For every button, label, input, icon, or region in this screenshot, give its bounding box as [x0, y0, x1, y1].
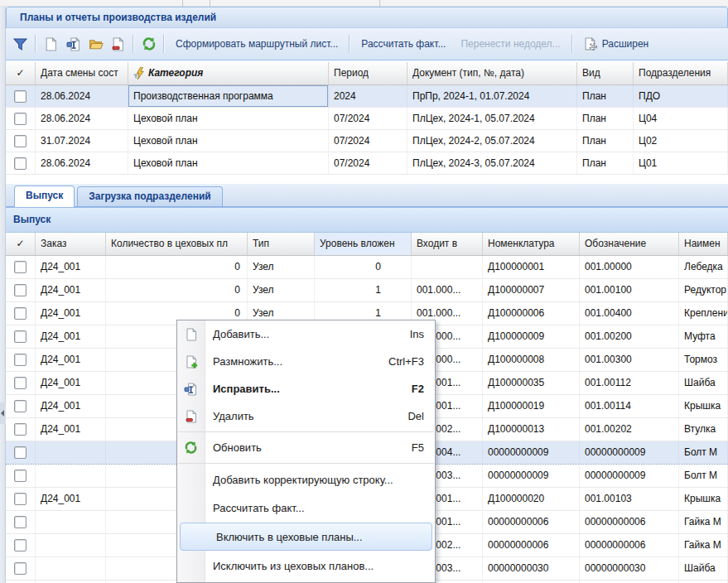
context-menu: Добавить... Ins Размножить... Ctrl+F3 Ис…	[176, 320, 436, 583]
column-header-check[interactable]: ✓	[6, 233, 36, 255]
table-row[interactable]: 28.06.2024 Цеховой план 07/2024 ПлЦех, 2…	[6, 152, 728, 175]
row-checkbox[interactable]	[6, 372, 36, 394]
column-header-division[interactable]: Подразделения	[634, 62, 728, 84]
menu-item-include-in-shop-plans[interactable]: Включить в цеховые планы...	[180, 523, 432, 551]
filter-icon[interactable]	[9, 33, 31, 55]
row-checkbox[interactable]	[6, 279, 36, 301]
column-header-check[interactable]: ✓	[6, 62, 36, 84]
refresh-icon	[177, 441, 205, 455]
calc-fact-button[interactable]: Рассчитать факт...	[354, 33, 453, 55]
menu-separator	[178, 463, 434, 464]
left-region-splitter[interactable]	[0, 7, 6, 583]
row-checkbox[interactable]	[6, 465, 36, 487]
row-checkbox[interactable]	[6, 488, 36, 510]
edit-document-icon	[177, 383, 205, 396]
table-row[interactable]: Д24_001 0 Узел 1 001.000... Д100000007 0…	[6, 279, 728, 302]
plans-grid: ✓ Дата смены сост Категория Период Докум…	[6, 62, 728, 175]
column-header-designation[interactable]: Обозначение	[580, 233, 679, 255]
table-row[interactable]: 28.06.2024 Производственная программа 20…	[6, 85, 728, 108]
filter-lightning-icon	[133, 67, 146, 80]
new-document-icon[interactable]	[40, 33, 62, 55]
menu-item-delete[interactable]: Удалить Del	[177, 402, 435, 430]
column-header-type[interactable]: Тип	[248, 233, 315, 255]
menu-item-refresh[interactable]: Обновить F5	[177, 434, 435, 461]
form-route-sheet-button[interactable]: Сформировать маршрутный лист...	[168, 33, 345, 55]
column-header-category[interactable]: Категория	[128, 62, 329, 84]
column-header-order[interactable]: Заказ	[36, 233, 106, 255]
carry-over-button[interactable]: Перенести недодел...	[453, 33, 567, 55]
row-checkbox[interactable]	[6, 325, 36, 348]
toolbar-separator	[35, 35, 36, 53]
menu-item-calc-fact[interactable]: Рассчитать факт...	[177, 494, 435, 522]
top-strip-divider	[182, 0, 183, 7]
column-header-parent[interactable]: Входит в	[412, 233, 483, 255]
column-header-level[interactable]: Уровень вложен	[315, 233, 412, 255]
focused-cell: Производственная программа	[128, 85, 329, 107]
panel-titlebar: Планы и отчеты производства изделий	[6, 7, 728, 28]
add-document-icon	[177, 328, 205, 341]
tab-bar: Выпуск Загрузка подразделений	[6, 184, 728, 207]
column-header-date[interactable]: Дата смены сост	[36, 62, 128, 84]
row-checkbox[interactable]	[6, 511, 36, 533]
menu-item-exclude-from-shop-plans[interactable]: Исключить из цеховых планов...	[177, 552, 435, 580]
row-checkbox[interactable]	[6, 349, 36, 371]
refresh-icon[interactable]	[137, 33, 160, 55]
row-checkbox[interactable]	[6, 418, 36, 441]
edit-document-icon[interactable]	[62, 33, 84, 55]
open-folder-icon[interactable]	[84, 33, 107, 55]
top-strip-divider	[379, 0, 380, 7]
toolbar-separator	[349, 35, 350, 53]
row-checkbox[interactable]	[6, 152, 36, 174]
plans-grid-header: ✓ Дата смены сост Категория Период Докум…	[6, 62, 728, 85]
column-header-name[interactable]: Наимен	[679, 233, 728, 255]
column-header-document[interactable]: Документ (тип, №, дата)	[407, 62, 577, 84]
row-checkbox[interactable]	[6, 130, 36, 152]
collapse-left-handle[interactable]	[0, 402, 6, 424]
row-checkbox[interactable]	[6, 534, 36, 556]
delete-document-icon[interactable]	[107, 33, 129, 55]
column-header-kind[interactable]: Вид	[577, 62, 634, 84]
output-grid-header: ✓ Заказ Количество в цеховых пл Тип Уров…	[6, 233, 728, 256]
duplicate-document-icon	[177, 355, 205, 369]
top-edge-strip	[0, 0, 728, 7]
panel-header-title: Выпуск	[13, 214, 51, 225]
row-checkbox[interactable]	[6, 302, 36, 325]
top-strip-divider	[210, 0, 210, 7]
toolbar-separator	[133, 35, 134, 53]
row-checkbox[interactable]	[6, 256, 36, 278]
row-checkbox[interactable]	[6, 557, 36, 580]
toolbar-separator	[163, 35, 165, 53]
menu-item-edit[interactable]: Исправить... F2	[177, 375, 435, 402]
tab-vypusk[interactable]: Выпуск	[14, 186, 75, 207]
column-header-nomenclature[interactable]: Номенклатура	[483, 233, 580, 255]
menu-separator	[178, 431, 434, 432]
menu-item-add[interactable]: Добавить... Ins	[177, 320, 435, 348]
row-checkbox[interactable]	[6, 85, 36, 107]
menu-item-add-correcting-row[interactable]: Добавить корректирующую строку...	[177, 465, 435, 494]
toolbar-separator	[571, 35, 573, 53]
tab-zagruzka-podrazdeleniy[interactable]: Загрузка подразделений	[77, 186, 222, 206]
advanced-button[interactable]: Расширен	[576, 33, 657, 55]
column-header-period[interactable]: Период	[329, 62, 407, 84]
menu-item-duplicate[interactable]: Размножить... Ctrl+F3	[177, 348, 435, 375]
table-row[interactable]: 28.06.2024 Цеховой план 07/2024 ПлЦех, 2…	[6, 108, 728, 130]
table-row[interactable]: Д24_001 0 Узел 0 Д100000001 001.00000 Ле…	[6, 256, 728, 279]
output-panel-header: Выпуск	[6, 207, 728, 233]
delete-document-icon	[177, 410, 205, 423]
table-row[interactable]: 31.07.2024 Цеховой план 07/2024 ПлЦех, 2…	[6, 130, 728, 152]
column-header-qty[interactable]: Количество в цеховых пл	[106, 233, 248, 255]
toolbar: Сформировать маршрутный лист... Рассчита…	[6, 28, 728, 60]
gear-page-icon	[584, 37, 598, 51]
page-title: Планы и отчеты производства изделий	[20, 12, 216, 23]
row-checkbox[interactable]	[6, 395, 36, 417]
row-checkbox[interactable]	[6, 108, 36, 129]
row-checkbox[interactable]	[6, 441, 36, 464]
